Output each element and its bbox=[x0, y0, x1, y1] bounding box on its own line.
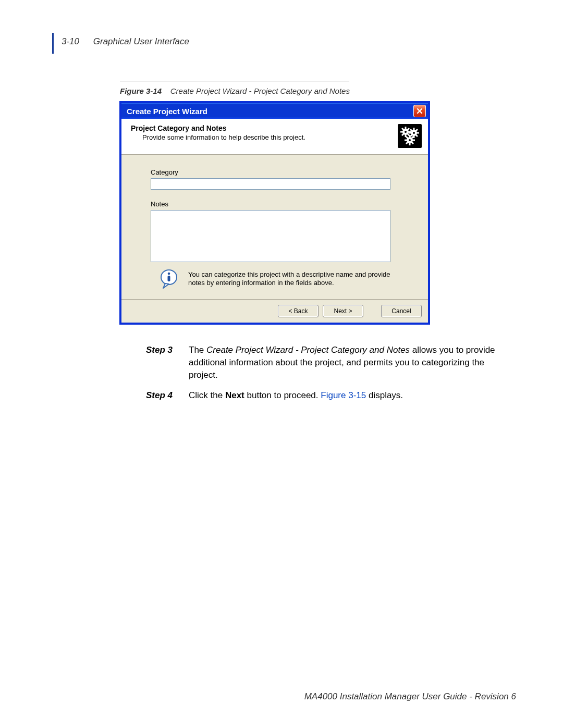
figure-label: Figure 3-14 bbox=[120, 87, 162, 95]
step-4: Step 4 Click the Next button to proceed.… bbox=[146, 389, 511, 402]
svg-point-15 bbox=[405, 131, 407, 133]
titlebar: Create Project Wizard bbox=[121, 103, 428, 119]
hint-text: You can categorize this project with a d… bbox=[188, 269, 404, 288]
steps-block: Step 3 The Create Project Wizard - Proje… bbox=[146, 344, 511, 402]
back-button[interactable]: < Back bbox=[278, 305, 319, 317]
wizard-dialog: Create Project Wizard Project Category a… bbox=[120, 102, 430, 324]
svg-point-19 bbox=[168, 273, 170, 275]
figure-link[interactable]: Figure 3-15 bbox=[321, 390, 366, 400]
svg-point-17 bbox=[409, 139, 411, 141]
header-side-rule bbox=[52, 33, 54, 54]
titlebar-text: Create Project Wizard bbox=[127, 107, 207, 116]
notes-input[interactable] bbox=[151, 210, 390, 262]
button-bar: < Back Next > Cancel bbox=[121, 299, 428, 323]
banner: Project Category and Notes Provide some … bbox=[121, 119, 428, 155]
category-label: Category bbox=[151, 168, 404, 176]
next-button[interactable]: Next > bbox=[323, 305, 363, 317]
banner-subtitle: Provide some information to help describ… bbox=[142, 133, 398, 141]
svg-rect-20 bbox=[168, 276, 170, 281]
cancel-button[interactable]: Cancel bbox=[381, 305, 422, 317]
figure-title: Create Project Wizard - Project Category… bbox=[170, 87, 350, 95]
notes-label: Notes bbox=[151, 200, 404, 208]
figure-caption: Figure 3-14 Create Project Wizard - Proj… bbox=[120, 87, 516, 95]
banner-title: Project Category and Notes bbox=[131, 124, 398, 132]
dialog-body: Category Notes You can categorize this p… bbox=[121, 155, 428, 299]
step-3-label: Step 3 bbox=[146, 344, 179, 381]
svg-point-16 bbox=[413, 132, 415, 134]
section-title: Graphical User Interface bbox=[93, 36, 189, 46]
page-header: 3-10 Graphical User Interface bbox=[62, 36, 516, 47]
step-4-label: Step 4 bbox=[146, 389, 179, 402]
page-number: 3-10 bbox=[62, 36, 79, 46]
figure-rule bbox=[120, 81, 349, 81]
step-3-text: The Create Project Wizard - Project Cate… bbox=[189, 344, 511, 381]
page-footer: MA4000 Installation Manager User Guide -… bbox=[304, 692, 516, 702]
close-icon bbox=[417, 108, 423, 114]
step-3: Step 3 The Create Project Wizard - Proje… bbox=[146, 344, 511, 381]
info-icon bbox=[160, 269, 178, 291]
gears-icon bbox=[398, 124, 422, 148]
step-4-text: Click the Next button to proceed. Figure… bbox=[189, 389, 403, 402]
close-button[interactable] bbox=[413, 105, 426, 117]
category-input[interactable] bbox=[151, 178, 390, 190]
